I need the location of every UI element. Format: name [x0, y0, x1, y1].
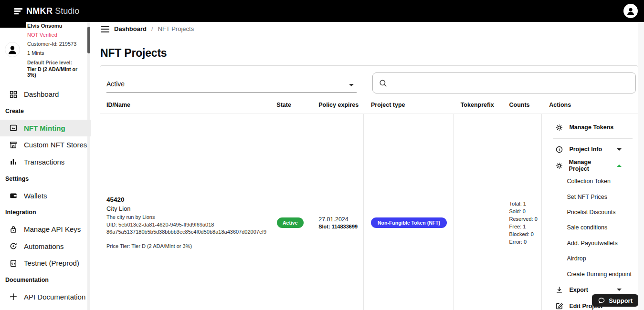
main-content: Dashboard / NFT Projects NFT Projects Ac…	[99, 22, 644, 310]
manage-tokens-button[interactable]: Manage Tokens	[542, 119, 638, 136]
project-description: The city run by Lions	[106, 214, 269, 220]
download-icon	[555, 286, 563, 294]
page-title: NFT Projects	[100, 47, 167, 60]
submenu-set-nft-prices[interactable]: Set NFT Prices	[542, 189, 638, 204]
sidebar-item-nft-minting[interactable]: NFT Minting	[0, 120, 91, 136]
gear-icon	[555, 124, 563, 132]
edit-icon	[555, 302, 563, 310]
sidebar-item-label: NFT Minting	[24, 124, 65, 132]
sidebar-item-dashboard[interactable]: Dashboard	[0, 86, 91, 103]
sidebar-item-api-documentation[interactable]: API Documentation	[0, 289, 91, 305]
lock-icon	[9, 225, 18, 234]
sidebar-scrollbar-thumb[interactable]	[87, 27, 90, 53]
cell-id-name: 45420 City Lion The city run by Lions UI…	[100, 114, 269, 310]
image-icon	[9, 124, 18, 132]
submenu-collection-token[interactable]: Collection Token	[542, 174, 638, 189]
status-badge: Active	[277, 217, 304, 228]
submenu-pricelist-discounts[interactable]: Pricelist Discounts	[542, 205, 638, 220]
manage-project-menu[interactable]: Manage Project	[542, 157, 638, 174]
count-blocked: Blocked: 0	[509, 230, 542, 238]
mints-count: 1 Mints	[27, 50, 87, 56]
code-clipboard-icon	[9, 259, 18, 268]
column-header-counts: Counts	[502, 96, 542, 114]
support-button[interactable]: Support	[592, 294, 638, 307]
bar-chart-icon	[9, 157, 18, 166]
actions-divider	[553, 138, 633, 139]
status-filter-select[interactable]: Active	[106, 72, 357, 93]
projects-card: Active ID/Name State Policy expires Proj…	[100, 65, 638, 310]
sidebar-item-custom-nft-stores[interactable]: Custom NFT Stores	[0, 136, 91, 153]
sidebar: Elvis Onsomu NOT Verified Customer-Id: 2…	[0, 22, 99, 310]
project-price-tier: Price Tier: Tier D (2 ADA/Mint or 3%)	[106, 243, 269, 249]
info-icon	[555, 145, 563, 154]
sidebar-item-automations[interactable]: Automations	[0, 238, 91, 255]
action-label: Manage Tokens	[569, 124, 613, 131]
support-label: Support	[609, 297, 633, 304]
project-type-badge: Non-Fungible Token (NFT)	[371, 217, 447, 228]
brand-secondary: Studio	[55, 6, 79, 16]
project-info-menu[interactable]: Project Info	[542, 141, 638, 157]
count-total: Total: 1	[509, 200, 542, 207]
sidebar-item-label: Custom NFT Stores	[24, 141, 87, 149]
account-avatar-button[interactable]	[623, 4, 638, 18]
person-icon	[625, 5, 636, 17]
brand-primary: NMKR	[26, 6, 53, 16]
sidebar-item-label: Manage API Keys	[24, 225, 81, 233]
move-arrows-icon	[9, 292, 18, 301]
submenu-airdrop[interactable]: Airdrop	[542, 251, 638, 266]
chevron-up-icon	[617, 165, 622, 167]
column-header-policy-expires: Policy expires	[311, 96, 364, 114]
column-header-state: State	[269, 96, 311, 114]
verification-status[interactable]: NOT Verified	[27, 32, 87, 38]
cell-policy-expires: 27.01.2024 Slot: 114833699	[311, 114, 364, 310]
sidebar-section-create: Create	[0, 103, 91, 119]
hamburger-menu-icon[interactable]	[101, 25, 109, 32]
count-error: Error: 0	[509, 238, 542, 246]
action-label: Export	[569, 287, 588, 293]
brand: NMKR Studio	[14, 6, 79, 16]
sidebar-item-label: Transactions	[24, 158, 64, 166]
sidebar-item-testnet-preprod[interactable]: Testnet (Preprod)	[0, 255, 91, 271]
topbar: NMKR Studio	[0, 0, 644, 22]
topbar-left-notch	[0, 22, 26, 28]
breadcrumb-dashboard[interactable]: Dashboard	[114, 25, 147, 32]
breadcrumb-separator: /	[151, 25, 153, 32]
column-header-actions: Actions	[542, 96, 638, 114]
cell-tokenprefix	[454, 114, 502, 310]
count-free: Free: 1	[509, 223, 542, 230]
search-input[interactable]	[391, 79, 630, 87]
count-sold: Sold: 0	[509, 207, 542, 215]
cell-project-type: Non-Fungible Token (NFT)	[364, 114, 454, 310]
action-label: Project Info	[569, 146, 602, 153]
sidebar-section-settings: Settings	[0, 170, 91, 187]
sidebar-nav: Dashboard Create NFT Minting Custom NFT …	[0, 86, 91, 305]
search-box	[372, 72, 636, 93]
chevron-down-icon	[617, 148, 622, 151]
column-header-project-type: Project type	[364, 96, 454, 114]
breadcrumb-nft-projects: NFT Projects	[158, 25, 194, 32]
status-filter-value: Active	[106, 80, 125, 88]
sidebar-item-manage-api-keys[interactable]: Manage API Keys	[0, 221, 91, 238]
chat-bubble-icon	[598, 297, 605, 304]
sidebar-item-transactions[interactable]: Transactions	[0, 154, 91, 170]
policy-expiry-slot: Slot: 114833699	[318, 224, 363, 229]
breadcrumb: Dashboard / NFT Projects	[101, 25, 194, 32]
price-level-label: Default Price level:	[27, 60, 87, 65]
sidebar-item-label: Wallets	[24, 192, 47, 200]
sidebar-item-wallets[interactable]: Wallets	[0, 187, 91, 204]
submenu-sale-conditions[interactable]: Sale conditions	[542, 220, 638, 235]
submenu-add-payoutwallets[interactable]: Add. Payoutwallets	[542, 236, 638, 251]
column-header-id-name: ID/Name	[100, 96, 269, 114]
cell-counts: Total: 1 Sold: 0 Reserved: 0 Free: 1 Blo…	[502, 114, 542, 310]
count-reserved: Reserved: 0	[509, 215, 542, 223]
cell-actions: Manage Tokens Project Info	[542, 114, 638, 310]
policy-expiry-date: 27.01.2024	[318, 216, 363, 223]
sync-icon	[9, 242, 18, 250]
table-row: 45420 City Lion The city run by Lions UI…	[100, 114, 638, 310]
storefront-icon	[9, 141, 18, 149]
sidebar-item-label: Testnet (Preprod)	[24, 259, 79, 267]
project-name: City Lion	[106, 205, 269, 212]
submenu-create-burning-endpoint[interactable]: Create Burning endpoint	[542, 266, 638, 281]
search-icon	[379, 79, 388, 88]
customer-id: Customer-Id: 219573	[27, 41, 87, 47]
